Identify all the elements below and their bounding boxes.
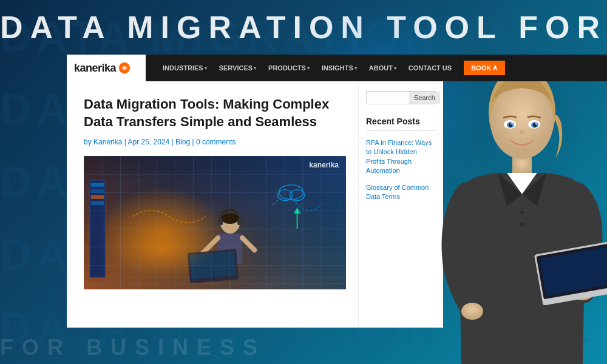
svg-point-36 [490, 84, 554, 159]
nav-items: INDUSTRIES ▾ SERVICES ▾ PRODUCTS ▾ INSIG… [158, 61, 595, 75]
chevron-down-icon: ▾ [307, 66, 310, 71]
logo-icon [118, 62, 131, 74]
svg-point-44 [535, 123, 537, 125]
logo-area[interactable]: kanerika [67, 55, 146, 81]
meta-category[interactable]: Blog [175, 138, 190, 146]
nav-contact[interactable]: CONTACT US [404, 62, 456, 74]
article-featured-image: kanerika [84, 156, 346, 289]
chevron-down-icon: ▾ [354, 66, 357, 71]
svg-point-49 [461, 303, 483, 320]
bottom-text-content: FOR BUSINESS [0, 335, 266, 360]
svg-point-50 [520, 211, 524, 214]
business-woman-figure [376, 36, 607, 364]
navbar: INDUSTRIES ▾ SERVICES ▾ PRODUCTS ▾ INSIG… [146, 55, 607, 81]
svg-point-1 [123, 66, 127, 70]
logo-text: kanerika [74, 62, 116, 75]
nav-book-button[interactable]: BOOK A [464, 61, 505, 75]
meta-author[interactable]: Kanerika [93, 138, 122, 146]
nav-insights[interactable]: INSIGHTS ▾ [317, 62, 362, 74]
tech-glow-effect [102, 186, 223, 277]
meta-date: Apr 25, 2024 [128, 138, 170, 146]
nav-products[interactable]: PRODUCTS ▾ [263, 62, 314, 74]
svg-point-51 [520, 223, 524, 226]
meta-prefix: by [84, 138, 92, 146]
chevron-down-icon: ▾ [254, 66, 256, 71]
nav-industries[interactable]: INDUSTRIES ▾ [158, 62, 212, 74]
chevron-down-icon: ▾ [394, 66, 396, 71]
meta-comments[interactable]: 0 comments [196, 138, 236, 146]
main-article: Data Migration Tools: Making Complex Dat… [67, 81, 358, 328]
svg-point-43 [510, 123, 513, 125]
nav-about[interactable]: ABOUT ▾ [364, 62, 401, 74]
article-meta: by Kanerika | Apr 25, 2024 | Blog | 0 co… [84, 138, 346, 146]
image-watermark: kanerika [309, 161, 339, 169]
chevron-down-icon: ▾ [205, 66, 207, 71]
article-title: Data Migration Tools: Making Complex Dat… [84, 96, 346, 130]
nav-services[interactable]: SERVICES ▾ [214, 62, 261, 74]
